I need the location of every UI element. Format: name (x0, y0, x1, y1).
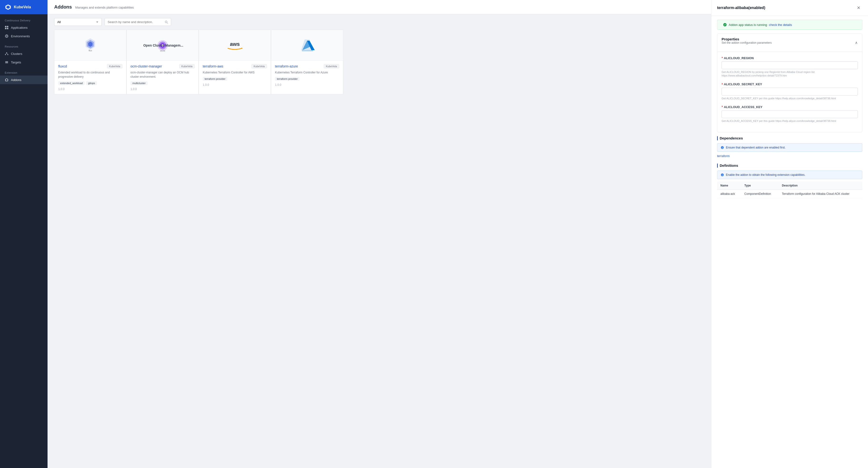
alicloud-secret-key-input[interactable] (721, 88, 858, 96)
alicloud-region-input[interactable] (721, 61, 858, 69)
properties-box: Properties Set the addon configuration p… (717, 33, 862, 132)
required-marker-2: * (721, 82, 723, 86)
card-tags-fluxcd: extended_workload gitops (58, 81, 122, 85)
resources-section-label: Resources (0, 40, 48, 49)
card-version-azure: 1.0.0 (275, 83, 339, 87)
terraform-dep-link[interactable]: terraform (717, 154, 862, 158)
properties-collapse-button[interactable]: ∧ (855, 40, 858, 45)
tag-gitops: gitops (86, 81, 97, 85)
addon-card-terraform-azure[interactable]: terraform-azure KubeVela Kubernetes Terr… (271, 30, 343, 94)
card-title-row-fluxcd: fluxcd KubeVela (58, 64, 122, 68)
page-subtitle: Manages and extends platform capabilitie… (75, 6, 133, 9)
toolbar: All (48, 14, 711, 30)
search-input[interactable] (108, 20, 163, 24)
clusters-label: Clusters (11, 52, 22, 56)
required-marker-3: * (721, 105, 723, 109)
environments-label: Environments (11, 34, 30, 38)
info-icon-def: i (721, 173, 724, 176)
card-title-row-azure: terraform-azure KubeVela (275, 64, 339, 68)
card-name-fluxcd[interactable]: fluxcd (58, 64, 67, 68)
page-title: Addons (54, 4, 72, 10)
applications-icon (5, 26, 8, 29)
svg-rect-3 (7, 26, 8, 27)
definitions-title: Definitions (717, 163, 862, 168)
status-banner: Addon app status is running check the de… (717, 20, 862, 30)
table-cell-type: ComponentDefinition (741, 190, 779, 198)
card-name-ocm[interactable]: ocm-cluster-manager (130, 64, 162, 68)
table-row: alibaba-ack ComponentDefinition Terrafor… (717, 190, 862, 198)
filter-value: All (57, 20, 61, 24)
sidebar-item-targets[interactable]: Targets (0, 58, 48, 67)
sidebar-header: KubeVela (0, 0, 48, 14)
card-tags-azure: terraform provider (275, 77, 339, 81)
field-hint-1: Get ALICLOUD_REGION by picking one Regio… (721, 70, 858, 78)
right-panel: terraform-alibaba(enabled) ✕ Addon app s… (711, 0, 868, 468)
card-desc-fluxcd: Extended workload to do continuous and p… (58, 70, 122, 79)
field-alicloud-secret-key: * ALICLOUD_SECRET_KEY Get ALICLOUD_SECRE… (721, 82, 858, 100)
continuous-delivery-section-label: Continuous Delivery (0, 14, 48, 23)
status-text: Addon app status is running (729, 23, 767, 27)
dependences-section: Dependences i Ensure that dependent addo… (711, 136, 868, 162)
card-image-aws: aws (199, 30, 271, 61)
status-link[interactable]: check the details (769, 23, 792, 27)
card-body-azure: terraform-azure KubeVela Kubernetes Terr… (271, 61, 343, 90)
svg-rect-14 (5, 63, 8, 63)
card-desc-azure: Kubernetes Terraform Controller for Azur… (275, 70, 339, 75)
clusters-icon (5, 52, 8, 56)
status-check-icon (723, 23, 727, 27)
definitions-table: Name Type Description alibaba-ack Compon… (717, 181, 862, 198)
page-header: Addons Manages and extends platform capa… (48, 0, 711, 14)
info-icon-dep: i (721, 146, 724, 149)
properties-header-text: Properties Set the addon configuration p… (721, 37, 772, 48)
svg-rect-5 (7, 28, 8, 29)
search-icon (165, 21, 168, 24)
addons-icon (5, 78, 8, 82)
card-image-fluxcd: flux (55, 30, 126, 61)
card-name-aws[interactable]: terraform-aws (203, 64, 223, 68)
field-alicloud-access-key: * ALICLOUD_ACCESS_KEY Get ALICLOUD_ACCES… (721, 105, 858, 123)
targets-label: Targets (11, 61, 21, 64)
kubevela-logo-icon (5, 4, 11, 10)
svg-text:flux: flux (89, 49, 92, 52)
tag-terraform-provider-aws: terraform provider (203, 77, 227, 81)
field-label-alicloud-region: * ALICLOUD_REGION (721, 56, 858, 60)
card-name-azure[interactable]: terraform-azure (275, 64, 298, 68)
addons-label: Addons (11, 78, 21, 82)
azure-logo-icon (298, 37, 317, 54)
field-label-text-3: ALICLOUD_ACCESS_KEY (724, 105, 763, 109)
alicloud-access-key-input[interactable] (721, 110, 858, 118)
addon-card-ocm[interactable]: OCM Open Cluster Managem... ocm-cluster-… (126, 30, 199, 94)
field-label-alicloud-access-key: * ALICLOUD_ACCESS_KEY (721, 105, 858, 109)
svg-line-11 (7, 53, 8, 54)
aws-logo-icon: aws (223, 38, 247, 53)
main-content: Addons Manages and extends platform capa… (48, 0, 711, 468)
filter-select[interactable]: All (54, 18, 102, 26)
sidebar-item-addons[interactable]: Addons (0, 75, 48, 84)
definitions-section: Definitions i Enable the addon to obtain… (711, 163, 868, 200)
close-button[interactable]: ✕ (855, 4, 862, 11)
svg-rect-12 (5, 61, 8, 62)
card-badge-aws: KubeVela (251, 64, 267, 68)
svg-text:aws: aws (230, 41, 240, 47)
sidebar-item-clusters[interactable]: Clusters (0, 49, 48, 58)
card-title-row-aws: terraform-aws KubeVela (203, 64, 267, 68)
card-desc-ocm: ocm-cluster-manager can deploy an OCM hu… (130, 70, 195, 79)
addons-grid: flux fluxcd KubeVela Extended workload t… (48, 30, 711, 101)
environments-icon (5, 34, 8, 38)
svg-text:i: i (722, 174, 723, 176)
tag-terraform-provider-azure: terraform provider (275, 77, 300, 81)
properties-body: * ALICLOUD_REGION Get ALICLOUD_REGION by… (717, 52, 862, 132)
table-cell-description: Terraform configuration for Alibaba Clou… (779, 190, 862, 198)
dependences-info-text: Ensure that dependent addon are enabled … (726, 146, 785, 149)
svg-rect-13 (5, 62, 8, 63)
tag-multicluster: multicluster (130, 81, 148, 85)
sidebar-item-environments[interactable]: Environments (0, 32, 48, 40)
properties-header[interactable]: Properties Set the addon configuration p… (717, 34, 862, 52)
applications-label: Applications (11, 26, 28, 29)
addon-card-terraform-aws[interactable]: aws terraform-aws KubeVela Kubernetes Te… (199, 30, 271, 94)
card-image-ocm: OCM Open Cluster Managem... (127, 30, 198, 61)
sidebar-item-applications[interactable]: Applications (0, 23, 48, 32)
addon-card-fluxcd[interactable]: flux fluxcd KubeVela Extended workload t… (54, 30, 126, 94)
field-label-alicloud-secret-key: * ALICLOUD_SECRET_KEY (721, 82, 858, 86)
chevron-down-icon (96, 21, 99, 24)
